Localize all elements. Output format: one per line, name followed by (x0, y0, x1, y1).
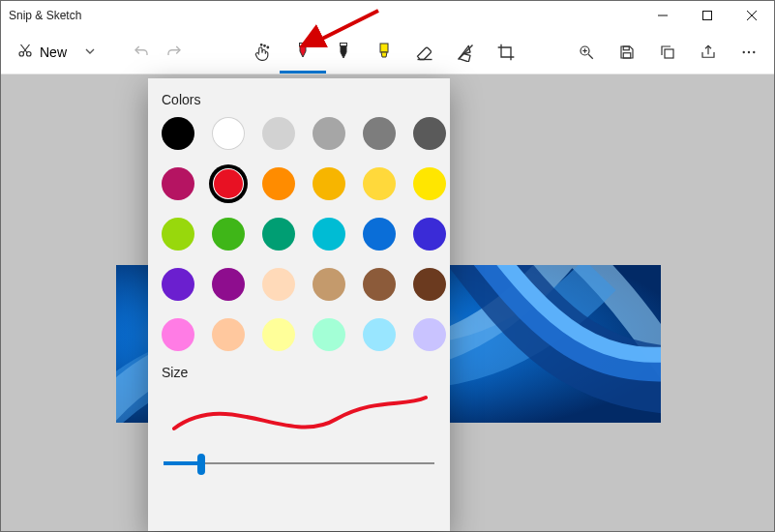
save-button[interactable] (617, 44, 637, 61)
size-slider[interactable] (164, 450, 434, 477)
highlighter-button[interactable] (374, 43, 394, 62)
titlebar: Snip & Sketch (1, 1, 774, 30)
tool-group (253, 43, 516, 62)
svg-rect-18 (623, 52, 631, 57)
more-button[interactable] (739, 44, 759, 61)
svg-point-8 (260, 44, 262, 45)
color-swatch-cyan[interactable] (313, 218, 345, 251)
new-snip-icon (16, 42, 34, 63)
svg-line-14 (588, 54, 593, 59)
svg-point-5 (27, 51, 32, 56)
svg-point-4 (19, 51, 24, 56)
color-swatch-violet[interactable] (212, 268, 245, 301)
color-swatch-light-blue[interactable] (363, 318, 396, 351)
eraser-button[interactable] (415, 43, 434, 62)
close-button[interactable] (730, 1, 774, 30)
color-swatch-green[interactable] (212, 218, 245, 251)
share-button[interactable] (699, 44, 718, 61)
svg-rect-17 (623, 46, 629, 50)
color-swatch-red[interactable] (212, 167, 245, 200)
zoom-button[interactable] (577, 44, 596, 61)
svg-point-20 (743, 50, 745, 52)
svg-point-7 (267, 46, 269, 48)
svg-point-6 (263, 44, 265, 46)
slider-thumb[interactable] (197, 454, 205, 475)
svg-point-22 (753, 50, 755, 52)
color-swatch-darker-gray[interactable] (413, 117, 446, 150)
color-swatch-brown[interactable] (363, 268, 396, 301)
touch-writing-button[interactable] (253, 43, 272, 62)
copy-button[interactable] (658, 44, 677, 61)
color-swatch-purple[interactable] (162, 268, 194, 301)
window-controls (641, 1, 774, 30)
pen-options-popup: Colors Size (148, 78, 450, 531)
color-swatch-indigo[interactable] (413, 218, 446, 251)
colors-heading: Colors (162, 92, 450, 107)
right-tool-group (577, 44, 759, 61)
ruler-button[interactable] (456, 43, 475, 62)
svg-rect-10 (340, 43, 346, 45)
pencil-button[interactable] (334, 43, 353, 62)
svg-point-21 (748, 50, 750, 52)
new-button[interactable]: New (9, 36, 75, 69)
size-preview-stroke (163, 390, 435, 438)
color-swatch-gray[interactable] (313, 117, 345, 150)
color-swatch-pink[interactable] (162, 318, 194, 351)
slider-fill (164, 461, 201, 465)
minimize-button[interactable] (641, 1, 685, 30)
ballpoint-pen-button[interactable] (293, 43, 313, 62)
size-heading: Size (162, 365, 450, 380)
color-swatch-peach[interactable] (262, 268, 295, 301)
toolbar: New (1, 30, 774, 74)
color-swatch-white[interactable] (212, 117, 245, 150)
color-swatch-dark-brown[interactable] (413, 268, 446, 301)
color-swatches (148, 117, 450, 351)
svg-rect-11 (380, 44, 388, 52)
svg-rect-9 (299, 43, 306, 45)
color-swatch-amber[interactable] (363, 167, 396, 200)
color-swatch-light-orange[interactable] (212, 318, 245, 351)
color-swatch-mint[interactable] (313, 318, 345, 351)
color-swatch-tan[interactable] (313, 268, 345, 301)
color-swatch-gold[interactable] (313, 167, 345, 200)
color-swatch-lavender[interactable] (413, 318, 446, 351)
app-title: Snip & Sketch (9, 9, 81, 22)
color-swatch-light-gray[interactable] (262, 117, 295, 150)
color-swatch-light-yellow[interactable] (262, 318, 295, 351)
maximize-button[interactable] (685, 1, 730, 30)
color-swatch-black[interactable] (162, 117, 194, 150)
redo-button[interactable] (158, 36, 191, 69)
color-swatch-orange[interactable] (262, 167, 295, 200)
new-delay-dropdown[interactable] (75, 44, 105, 61)
new-button-label: New (40, 44, 67, 60)
color-swatch-dark-gray[interactable] (363, 117, 396, 150)
color-swatch-magenta[interactable] (162, 167, 194, 200)
color-swatch-teal-green[interactable] (262, 218, 295, 251)
svg-rect-19 (665, 49, 673, 58)
color-swatch-blue[interactable] (363, 218, 396, 251)
crop-button[interactable] (496, 43, 516, 62)
color-swatch-yellow[interactable] (413, 167, 446, 200)
undo-button[interactable] (125, 36, 158, 69)
app-window: Snip & Sketch New (0, 0, 775, 532)
svg-rect-1 (703, 12, 712, 20)
color-swatch-yellow-green[interactable] (162, 218, 194, 251)
